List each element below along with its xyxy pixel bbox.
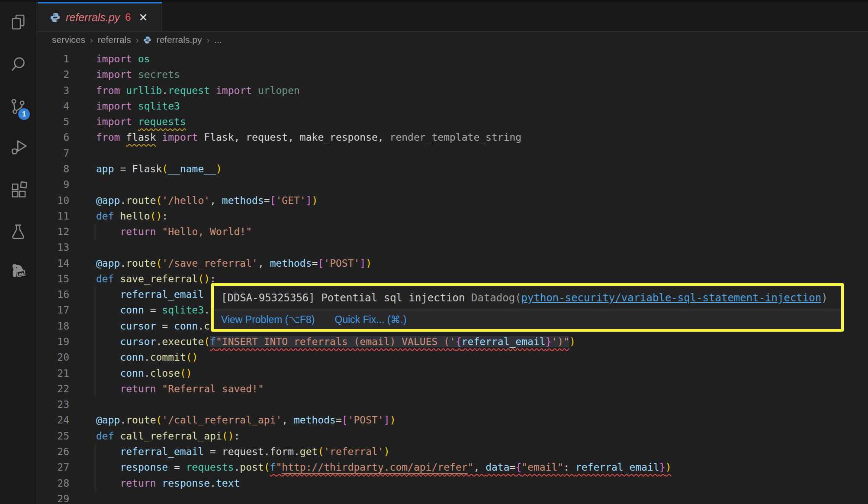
python-file-icon — [143, 36, 151, 44]
code-token: hello — [120, 210, 150, 222]
code-line[interactable]: 14@app.route('/save_referral', methods=[… — [36, 255, 868, 271]
testing-beaker-icon[interactable] — [10, 223, 27, 240]
line-number: 11 — [36, 208, 69, 224]
code-token — [96, 446, 120, 457]
breadcrumb-item-referrals[interactable]: referrals — [98, 35, 131, 45]
code-line-text: referral_email = request.form.get('refer… — [96, 444, 390, 460]
code-token: . — [198, 320, 204, 332]
code-token: = — [156, 320, 174, 332]
code-line-text: import os — [96, 51, 150, 67]
code-line[interactable]: 29 — [36, 491, 868, 504]
code-token: ) — [312, 195, 318, 206]
explorer-icon[interactable] — [10, 13, 27, 30]
line-number: 1 — [36, 51, 69, 67]
code-line-text: import sqlite3 — [96, 98, 180, 114]
code-line[interactable]: 5import requests — [36, 114, 868, 130]
code-token: Flask — [132, 163, 162, 174]
problem-rule-link[interactable]: python-security/variable-sql-statement-i… — [521, 292, 822, 304]
code-token: referral_email — [462, 336, 546, 347]
line-number: 26 — [36, 444, 69, 460]
code-token — [96, 462, 120, 473]
code-token: c — [204, 320, 210, 332]
code-token: def — [96, 430, 114, 442]
code-token: "Hello, World!" — [156, 226, 252, 237]
code-line[interactable]: 2import secrets — [36, 67, 868, 83]
code-token — [96, 383, 120, 394]
tab-close-icon[interactable]: ✕ — [138, 12, 148, 23]
code-token: urlopen — [258, 85, 300, 96]
breadcrumb-item-services[interactable]: services — [52, 35, 85, 45]
code-token: ( — [156, 195, 162, 206]
code-line[interactable]: 20 conn.commit() — [36, 349, 868, 365]
code-token — [156, 478, 162, 489]
line-number: 25 — [36, 428, 69, 444]
code-line[interactable]: 13 — [36, 239, 868, 255]
code-token: methods — [270, 258, 312, 269]
code-line[interactable]: 9 — [36, 177, 868, 193]
search-icon[interactable] — [10, 55, 27, 73]
code-token: 'POST' — [324, 258, 360, 269]
code-token: = — [336, 414, 342, 426]
code-line[interactable]: 6from flask import Flask, request, make_… — [36, 129, 868, 145]
code-token: from — [96, 132, 120, 143]
code-line[interactable]: 21 conn.close() — [36, 365, 868, 381]
code-line-text: @app.route('/call_referral_api', methods… — [96, 412, 395, 428]
code-line[interactable]: 23 — [36, 397, 868, 413]
run-debug-icon[interactable] — [10, 138, 27, 155]
code-editor[interactable]: 1import os2import secrets3from urllib.re… — [36, 51, 868, 504]
code-token: def — [96, 273, 114, 284]
code-token: "email" — [521, 462, 563, 473]
breadcrumb-item-file[interactable]: referrals.py — [156, 35, 202, 45]
code-line[interactable]: 1import os — [36, 51, 868, 67]
code-token — [252, 85, 258, 96]
code-line[interactable]: 26 referral_email = request.form.get('re… — [36, 444, 868, 460]
quick-fix-action[interactable]: Quick Fix... (⌘.) — [335, 314, 407, 326]
code-token: import — [96, 116, 132, 127]
breadcrumb: services › referrals › referrals.py › ..… — [52, 33, 222, 47]
line-number: 5 — [36, 114, 69, 130]
code-line[interactable]: 3from urllib.request import urlopen — [36, 83, 868, 99]
code-line[interactable]: 28 return response.text — [36, 475, 868, 491]
code-token: return — [120, 478, 156, 489]
code-line[interactable]: 10@app.route('/hello', methods=['GET']) — [36, 193, 868, 209]
code-token: @app — [96, 195, 120, 206]
code-token: ) — [366, 258, 372, 269]
code-token: call_referral_api — [120, 430, 222, 442]
code-line-text: return "Referral saved!" — [96, 381, 264, 397]
code-token: = — [114, 163, 132, 174]
code-line[interactable]: 11def hello(): — [36, 208, 868, 224]
code-line[interactable]: 19 cursor.execute(f"INSERT INTO referral… — [36, 334, 868, 350]
code-token: referral_email — [120, 446, 204, 457]
code-token: 'POST' — [348, 414, 384, 426]
code-token: http://thirdparty.com/api/refer — [282, 462, 467, 474]
code-token — [96, 289, 120, 300]
line-number: 20 — [36, 349, 69, 365]
code-line[interactable]: 22 return "Referral saved!" — [36, 381, 868, 397]
code-line[interactable]: 4import sqlite3 — [36, 98, 868, 114]
code-token: "INSERT INTO referrals (email) VALUES (' — [216, 336, 456, 347]
datadog-dog-icon[interactable] — [10, 262, 27, 279]
code-token: ) — [390, 414, 396, 426]
code-token: def — [96, 210, 114, 222]
tab-referrals-py[interactable]: referrals.py 6 ✕ — [38, 2, 162, 31]
line-number: 9 — [36, 177, 69, 193]
code-line[interactable]: 24@app.route('/call_referral_api', metho… — [36, 412, 868, 428]
code-line[interactable]: 7 — [36, 145, 868, 162]
line-number: 10 — [36, 193, 69, 209]
code-token: conn — [120, 304, 144, 316]
code-line-text: from urllib.request import urlopen — [96, 83, 300, 99]
code-token: response — [162, 478, 210, 489]
code-line[interactable]: 25def call_referral_api(): — [36, 428, 868, 444]
code-line[interactable]: 12 return "Hello, World!" — [36, 224, 868, 240]
code-token: . — [120, 414, 126, 426]
code-line[interactable]: 8app = Flask(__name__) — [36, 161, 868, 177]
code-line[interactable]: 27 response = requests.post(f"http://thi… — [36, 459, 868, 475]
breadcrumb-separator: › — [90, 35, 93, 45]
view-problem-action[interactable]: View Problem (⌥F8) — [221, 314, 315, 326]
line-number: 18 — [36, 318, 69, 334]
extensions-icon[interactable] — [10, 180, 27, 197]
code-line-text: from flask import Flask, request, make_r… — [96, 129, 521, 145]
breadcrumb-item-symbol[interactable]: ... — [214, 35, 222, 45]
editor-tab-bar: referrals.py 6 ✕ — [36, 0, 868, 32]
code-token — [96, 304, 120, 316]
